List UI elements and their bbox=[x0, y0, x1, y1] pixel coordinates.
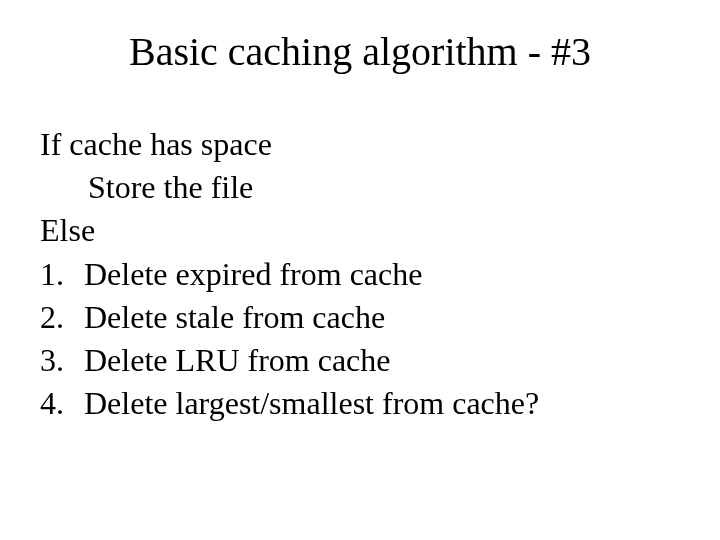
if-line: If cache has space bbox=[40, 123, 680, 166]
step-text: Delete stale from cache bbox=[84, 296, 385, 339]
step-text: Delete largest/smallest from cache? bbox=[84, 382, 539, 425]
slide-body: If cache has space Store the file Else 1… bbox=[40, 123, 680, 425]
step-number: 3. bbox=[40, 339, 84, 382]
step-row: 4. Delete largest/smallest from cache? bbox=[40, 382, 680, 425]
else-line: Else bbox=[40, 209, 680, 252]
step-text: Delete expired from cache bbox=[84, 253, 422, 296]
step-row: 1. Delete expired from cache bbox=[40, 253, 680, 296]
slide: Basic caching algorithm - #3 If cache ha… bbox=[0, 0, 720, 540]
step-row: 2. Delete stale from cache bbox=[40, 296, 680, 339]
slide-title: Basic caching algorithm - #3 bbox=[40, 28, 680, 75]
step-row: 3. Delete LRU from cache bbox=[40, 339, 680, 382]
step-text: Delete LRU from cache bbox=[84, 339, 391, 382]
step-number: 4. bbox=[40, 382, 84, 425]
step-number: 2. bbox=[40, 296, 84, 339]
step-number: 1. bbox=[40, 253, 84, 296]
store-line: Store the file bbox=[40, 166, 680, 209]
